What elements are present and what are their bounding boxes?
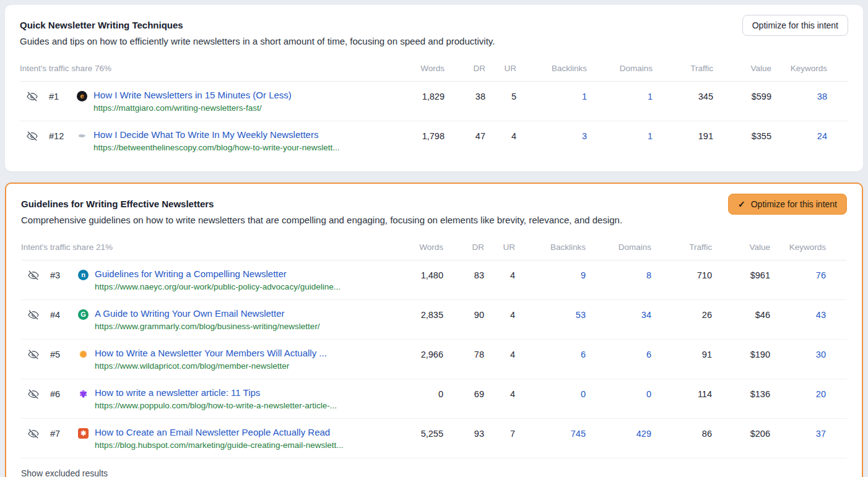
words-value: 5,255 — [390, 427, 443, 439]
table-footer: Show excluded results — [21, 458, 847, 477]
optimize-intent-button-selected[interactable]: ✓ Optimize for this intent — [728, 194, 847, 215]
backlinks-link[interactable]: 0 — [515, 387, 586, 399]
result-row: #5 ✺ How to Write a Newsletter Your Memb… — [21, 339, 847, 379]
column-header-dr: DR — [443, 243, 484, 252]
ur-value: 4 — [484, 308, 515, 320]
backlinks-link[interactable]: 9 — [515, 269, 586, 280]
result-cell: ✱ How to Create an Email Newsletter Peop… — [78, 427, 390, 450]
keywords-link[interactable]: 76 — [770, 269, 826, 280]
ur-value: 5 — [485, 90, 516, 101]
result-title-link[interactable]: How to Write a Newsletter Your Members W… — [95, 348, 327, 358]
result-title-link[interactable]: A Guide to Writing Your Own Email Newsle… — [95, 308, 320, 319]
result-url-link[interactable]: https://mattgiaro.com/writing-newsletter… — [93, 103, 292, 113]
results-table: Intent's traffic share 76% Words DR UR B… — [20, 60, 848, 160]
result-row: #1 e How I Write Newsletters in 15 Minut… — [20, 82, 848, 121]
hide-result-button[interactable] — [21, 427, 46, 441]
site-favicon-icon: e — [77, 91, 87, 101]
site-favicon-icon: ✒ — [77, 131, 87, 141]
result-title-link[interactable]: How I Write Newsletters in 15 Minutes (O… — [93, 90, 292, 100]
intent-description: Comprehensive guidelines on how to write… — [21, 215, 622, 225]
hide-result-button[interactable] — [20, 129, 45, 144]
domains-link[interactable]: 1 — [587, 129, 653, 141]
backlinks-link[interactable]: 1 — [516, 90, 587, 101]
ur-value: 4 — [484, 387, 515, 399]
domains-link[interactable]: 34 — [586, 308, 651, 320]
site-favicon-icon: ✺ — [78, 349, 89, 359]
results-table: Intent's traffic share 21% Words DR UR B… — [21, 239, 847, 477]
dr-value: 78 — [443, 348, 484, 359]
backlinks-link[interactable]: 53 — [515, 308, 586, 320]
value-value: $355 — [713, 129, 771, 141]
column-header-words: Words — [390, 243, 443, 252]
checkmark-icon: ✓ — [738, 199, 745, 209]
result-url-link[interactable]: https://www.grammarly.com/blog/business-… — [95, 322, 320, 331]
result-title-link[interactable]: How I Decide What To Write In My Weekly … — [93, 129, 339, 140]
domains-link[interactable]: 429 — [586, 427, 651, 439]
result-row: #6 ✾ How to write a newsletter article: … — [21, 379, 847, 418]
column-header-keywords: Keywords — [770, 243, 826, 252]
value-value: $136 — [712, 387, 770, 399]
hide-result-button[interactable] — [21, 348, 46, 362]
rank-label: #7 — [46, 427, 78, 439]
site-favicon-icon: ✾ — [78, 389, 89, 399]
result-url-link[interactable]: https://blog.hubspot.com/marketing/guide… — [95, 440, 343, 450]
ur-value: 4 — [484, 269, 515, 280]
result-cell: ✺ How to Write a Newsletter Your Members… — [78, 348, 390, 371]
result-url-link[interactable]: https://www.wildapricot.com/blog/member-… — [95, 361, 327, 371]
column-header-value: Value — [713, 64, 771, 73]
domains-link[interactable]: 8 — [586, 269, 651, 280]
card-header: Guidelines for Writing Effective Newslet… — [21, 194, 847, 225]
words-value: 1,829 — [391, 90, 445, 101]
result-cell: ✒ How I Decide What To Write In My Weekl… — [77, 129, 391, 152]
result-url-link[interactable]: https://www.naeyc.org/our-work/public-po… — [95, 282, 341, 291]
keywords-link[interactable]: 43 — [770, 308, 826, 320]
result-url-link[interactable]: https://www.poppulo.com/blog/how-to-writ… — [95, 401, 337, 410]
rank-label: #6 — [46, 387, 78, 399]
words-value: 2,966 — [390, 348, 443, 359]
rank-label: #5 — [46, 348, 78, 359]
card-header-text: Guidelines for Writing Effective Newslet… — [21, 194, 622, 225]
result-title-link[interactable]: How to write a newsletter article: 11 Ti… — [95, 387, 337, 398]
intent-card-quick-techniques: Quick Newsletter Writing Techniques Guid… — [5, 5, 863, 171]
rank-label: #4 — [46, 308, 78, 320]
keywords-link[interactable]: 30 — [770, 348, 826, 359]
keywords-link[interactable]: 20 — [770, 387, 826, 399]
words-value: 1,480 — [390, 269, 443, 280]
rank-label: #1 — [45, 90, 77, 101]
show-excluded-results-link[interactable]: Show excluded results — [21, 468, 108, 477]
result-title-link[interactable]: Guidelines for Writing a Compelling News… — [95, 269, 341, 279]
hide-result-button[interactable] — [21, 269, 46, 283]
value-value: $46 — [712, 308, 770, 320]
traffic-value: 710 — [651, 269, 712, 280]
intent-title: Quick Newsletter Writing Techniques — [20, 15, 495, 30]
traffic-value: 345 — [653, 90, 713, 101]
hide-result-button[interactable] — [21, 387, 46, 402]
traffic-share-label: Intent's traffic share 21% — [21, 243, 390, 252]
keywords-link[interactable]: 37 — [770, 427, 826, 439]
hide-result-button[interactable] — [21, 308, 46, 322]
result-cell: n Guidelines for Writing a Compelling Ne… — [78, 269, 390, 291]
traffic-value: 91 — [651, 348, 712, 359]
domains-link[interactable]: 1 — [587, 90, 653, 101]
backlinks-link[interactable]: 6 — [515, 348, 586, 359]
dr-value: 69 — [443, 387, 484, 399]
eye-off-icon — [27, 91, 38, 102]
result-title-link[interactable]: How to Create an Email Newsletter People… — [95, 427, 343, 437]
column-header-dr: DR — [445, 64, 485, 73]
traffic-value: 191 — [653, 129, 713, 141]
dr-value: 90 — [443, 308, 484, 320]
keywords-link[interactable]: 38 — [771, 90, 827, 101]
words-value: 2,835 — [390, 308, 443, 320]
backlinks-link[interactable]: 3 — [516, 129, 587, 141]
backlinks-link[interactable]: 745 — [515, 427, 586, 439]
intent-description: Guides and tips on how to efficiently wr… — [20, 36, 495, 46]
optimize-intent-button[interactable]: Optimize for this intent — [742, 15, 848, 36]
domains-link[interactable]: 0 — [586, 387, 651, 399]
hide-result-button[interactable] — [20, 90, 45, 104]
result-texts: How to Create an Email Newsletter People… — [95, 427, 343, 450]
ur-value: 4 — [484, 348, 515, 359]
result-url-link[interactable]: https://betweenthelinescopy.com/blog/how… — [93, 143, 339, 152]
table-body: #3 n Guidelines for Writing a Compelling… — [21, 260, 847, 458]
domains-link[interactable]: 6 — [586, 348, 651, 359]
keywords-link[interactable]: 24 — [771, 129, 827, 141]
